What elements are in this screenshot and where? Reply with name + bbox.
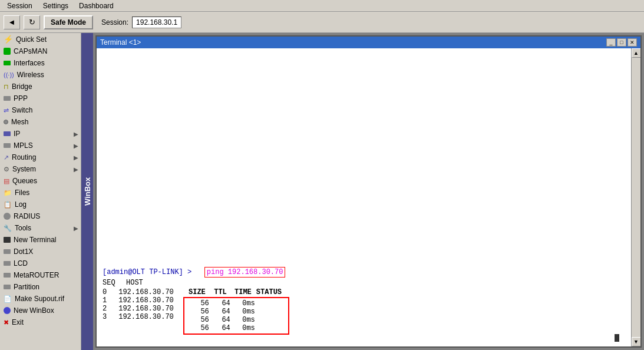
routing-arrow-icon: ▶ — [74, 154, 78, 161]
sidebar-item-log[interactable]: 📋 Log — [0, 199, 81, 210]
sidebar-item-system[interactable]: ⚙ System ▶ — [0, 163, 81, 175]
row1-host: 192.168.30.70 — [118, 296, 174, 305]
sidebar-label-new-winbox: New WinBox — [14, 306, 54, 315]
sidebar: ⚡ Quick Set CAPsMAN Interfaces ((·)) Wir… — [0, 33, 81, 350]
row2-ttl: 64 — [212, 316, 233, 324]
row3-time: 0ms — [233, 324, 257, 332]
sidebar-item-radius[interactable]: RADIUS — [0, 210, 81, 222]
sidebar-item-tools[interactable]: 🔧 Tools ▶ — [0, 222, 81, 234]
session-label: Session: — [101, 18, 128, 27]
header-ttl: TTL — [208, 288, 229, 296]
sidebar-item-dot1x[interactable]: Dot1X — [0, 246, 81, 257]
menu-bar: Session Settings Dashboard — [0, 0, 644, 12]
sidebar-item-lcd[interactable]: LCD — [0, 257, 81, 269]
ping-row-1-left: 1 192.168.30.70 — [103, 296, 174, 305]
main-layout: ⚡ Quick Set CAPsMAN Interfaces ((·)) Wir… — [0, 33, 644, 350]
col-header-host: HOST — [126, 279, 200, 287]
cursor-block — [615, 334, 619, 342]
sidebar-item-partition[interactable]: Partition — [0, 281, 81, 293]
row0-seq: 0 — [103, 288, 114, 296]
files-icon: 📁 — [4, 189, 12, 197]
sidebar-item-new-winbox[interactable]: New WinBox — [0, 305, 81, 316]
sidebar-item-routing[interactable]: ↗ Routing ▶ — [0, 151, 81, 163]
sidebar-item-interfaces[interactable]: Interfaces — [0, 57, 81, 69]
row0-time: 0ms — [233, 299, 257, 308]
system-arrow-icon: ▶ — [74, 166, 78, 173]
sidebar-label-metarouter: MetaROUTER — [14, 271, 59, 279]
terminal-maximize-button[interactable]: □ — [617, 38, 626, 47]
lightning-icon: ⚡ — [4, 35, 13, 44]
sidebar-item-ip[interactable]: IP ▶ — [0, 128, 81, 140]
row1-ttl: 64 — [212, 308, 233, 316]
sidebar-item-mesh[interactable]: Mesh — [0, 116, 81, 128]
queues-icon: ▤ — [4, 177, 9, 185]
terminal-window: Terminal <1> _ □ ✕ [admin@OLT TP-LINK] >… — [95, 35, 642, 348]
scroll-up-button[interactable]: ▲ — [632, 48, 641, 58]
radius-icon — [4, 213, 11, 220]
content-area: Terminal <1> _ □ ✕ [admin@OLT TP-LINK] >… — [93, 33, 644, 350]
bridge-icon: ⊓ — [4, 83, 9, 91]
new-winbox-icon — [4, 307, 11, 314]
sidebar-item-files[interactable]: 📁 Files — [0, 187, 81, 199]
terminal-minimize-button[interactable]: _ — [606, 38, 616, 47]
sidebar-item-switch[interactable]: ⇌ Switch — [0, 104, 81, 116]
ip-arrow-icon: ▶ — [74, 131, 78, 137]
ping-row-2-left: 2 192.168.30.70 — [103, 305, 174, 313]
sidebar-item-ppp[interactable]: PPP — [0, 93, 81, 104]
terminal-body[interactable]: [admin@OLT TP-LINK] > ping 192.168.30.70… — [97, 48, 631, 346]
reload-button[interactable]: ↻ — [24, 15, 40, 29]
sidebar-item-bridge[interactable]: ⊓ Bridge — [0, 81, 81, 93]
sidebar-item-metarouter[interactable]: MetaROUTER — [0, 269, 81, 281]
sidebar-item-wireless[interactable]: ((·)) Wireless — [0, 69, 81, 81]
sidebar-item-make-supout[interactable]: 📄 Make Supout.rif — [0, 293, 81, 305]
menu-settings[interactable]: Settings — [38, 1, 73, 11]
scroll-down-button[interactable]: ▼ — [632, 337, 641, 346]
ping-right-header: SIZE TTL TIME STATUS — [183, 288, 289, 296]
system-icon: ⚙ — [4, 166, 9, 173]
sidebar-item-exit[interactable]: ✖ Exit — [0, 316, 81, 328]
ping-cmd-display: ping 192.168.30.70 — [204, 267, 286, 278]
toolbar: ◄ ↻ Safe Mode Session: 192.168.30.1 — [0, 12, 644, 33]
row0-host: 192.168.30.70 — [118, 288, 174, 296]
menu-dashboard[interactable]: Dashboard — [74, 1, 118, 11]
sidebar-item-quick-set[interactable]: ⚡ Quick Set — [0, 33, 81, 45]
ping-right-row-1: 56 64 0ms — [187, 308, 286, 316]
ping-output: [admin@OLT TP-LINK] > ping 192.168.30.70… — [103, 268, 289, 335]
sidebar-label-capsman: CAPsMAN — [14, 47, 47, 55]
terminal-title: Terminal <1> — [100, 38, 141, 47]
sidebar-label-wireless: Wireless — [17, 71, 44, 79]
sidebar-item-new-terminal[interactable]: New Terminal — [0, 234, 81, 246]
sidebar-label-ip: IP — [14, 130, 20, 138]
ping-prompt-user: [admin@OLT TP-LINK] > — [103, 268, 191, 276]
row3-ttl: 64 — [212, 324, 233, 332]
terminal-close-button[interactable]: ✕ — [628, 38, 637, 47]
interfaces-icon — [4, 61, 11, 65]
sidebar-label-system: System — [12, 165, 36, 173]
safe-mode-button[interactable]: Safe Mode — [44, 15, 93, 29]
sidebar-label-mpls: MPLS — [14, 141, 33, 150]
sidebar-item-mpls[interactable]: MPLS ▶ — [0, 140, 81, 151]
row3-host: 192.168.30.70 — [118, 313, 174, 321]
ping-data-container: 0 192.168.30.70 1 192.168.30.70 2 192.16… — [103, 288, 289, 335]
header-time: TIME — [229, 288, 254, 296]
sidebar-item-queues[interactable]: ▤ Queues — [0, 175, 81, 187]
sidebar-item-capsman[interactable]: CAPsMAN — [0, 45, 81, 57]
row2-size: 56 — [187, 316, 212, 324]
log-icon: 📋 — [4, 201, 12, 209]
tools-icon: 🔧 — [4, 224, 12, 232]
sidebar-label-files: Files — [15, 189, 29, 197]
header-status: STATUS — [254, 288, 289, 296]
row2-host: 192.168.30.70 — [118, 305, 174, 313]
sidebar-label-tools: Tools — [15, 224, 31, 232]
row0-ttl: 64 — [212, 299, 233, 308]
sidebar-label-mesh: Mesh — [11, 118, 28, 126]
back-button[interactable]: ◄ — [4, 15, 20, 29]
terminal-controls: _ □ ✕ — [606, 38, 637, 47]
sidebar-label-quick-set: Quick Set — [16, 35, 47, 44]
row2-time: 0ms — [233, 316, 257, 324]
terminal-titlebar: Terminal <1> _ □ ✕ — [97, 37, 640, 48]
sidebar-label-interfaces: Interfaces — [14, 59, 45, 67]
menu-session[interactable]: Session — [2, 1, 37, 11]
sidebar-label-switch: Switch — [12, 106, 32, 114]
mpls-icon — [4, 143, 11, 148]
